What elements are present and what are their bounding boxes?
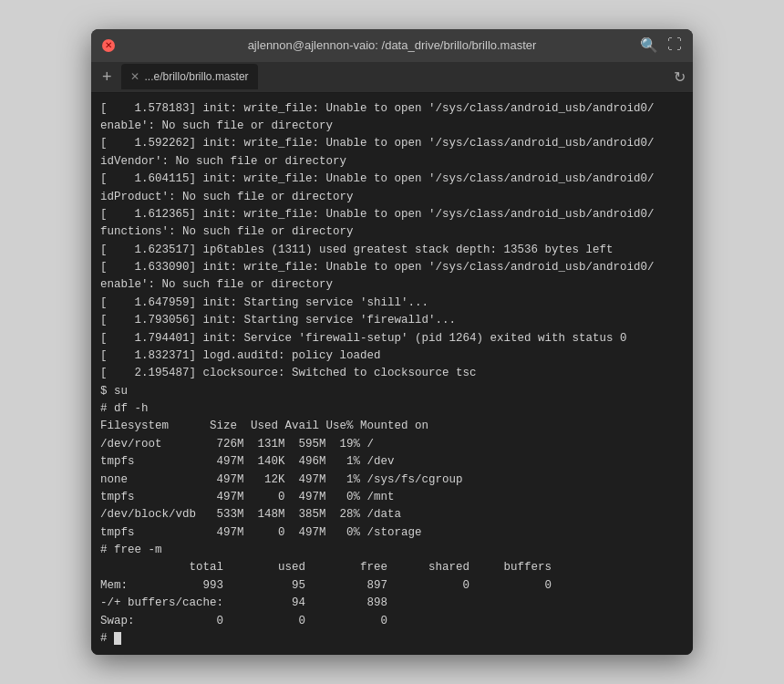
terminal-line: [ 1.578183] init: write_file: Unable to … bbox=[100, 100, 684, 118]
titlebar-actions: 🔍 ⛶ bbox=[640, 36, 682, 54]
terminal-line: Mem: 993 95 897 0 0 bbox=[100, 577, 684, 595]
terminal-content[interactable]: [ 1.578183] init: write_file: Unable to … bbox=[91, 93, 693, 656]
terminal-line: /dev/block/vdb 533M 148M 385M 28% /data bbox=[100, 506, 684, 523]
search-icon[interactable]: 🔍 bbox=[640, 36, 658, 54]
tab-label: ...e/brillo/brillo.master bbox=[145, 70, 249, 83]
terminal-line: tmpfs 497M 140K 496M 1% /dev bbox=[100, 453, 684, 471]
terminal-line: [ 1.633090] init: write_file: Unable to … bbox=[100, 259, 684, 276]
terminal-line: [ 1.832371] logd.auditd: policy loaded bbox=[100, 347, 684, 365]
terminal-line: [ 1.647959] init: Starting service 'shil… bbox=[100, 295, 684, 312]
terminal-line: none 497M 12K 497M 1% /sys/fs/cgroup bbox=[100, 472, 684, 489]
terminal-line: /dev/root 726M 131M 595M 19% / bbox=[100, 436, 684, 453]
terminal-line: tmpfs 497M 0 497M 0% /storage bbox=[100, 524, 684, 542]
terminal-line: -/+ buffers/cache: 94 898 bbox=[100, 595, 684, 612]
terminal-window: ✕ ajlennon@ajlennon-vaio: /data_drive/br… bbox=[91, 29, 693, 656]
tab-history-icon[interactable]: ↻ bbox=[674, 68, 686, 86]
close-button[interactable]: ✕ bbox=[102, 39, 115, 52]
terminal-line: # bbox=[100, 630, 684, 648]
tab-close-icon[interactable]: ✕ bbox=[130, 70, 139, 83]
terminal-line: enable': No such file or directory bbox=[100, 276, 684, 294]
terminal-line: [ 1.794401] init: Service 'firewall-setu… bbox=[100, 330, 684, 347]
terminal-line: # free -m bbox=[100, 542, 684, 559]
terminal-cursor bbox=[114, 632, 121, 645]
terminal-line: [ 1.793056] init: Starting service 'fire… bbox=[100, 312, 684, 329]
tabbar: + ✕ ...e/brillo/brillo.master ↻ bbox=[91, 62, 693, 93]
terminal-line: [ 1.604115] init: write_file: Unable to … bbox=[100, 171, 684, 188]
terminal-line: $ su bbox=[100, 383, 684, 400]
terminal-line: tmpfs 497M 0 497M 0% /mnt bbox=[100, 489, 684, 506]
terminal-line: [ 1.592262] init: write_file: Unable to … bbox=[100, 135, 684, 152]
terminal-line: Swap: 0 0 0 bbox=[100, 613, 684, 630]
tab-brillo[interactable]: ✕ ...e/brillo/brillo.master bbox=[121, 64, 258, 89]
new-tab-button[interactable]: + bbox=[98, 67, 116, 87]
terminal-line: idVendor': No such file or directory bbox=[100, 153, 684, 171]
maximize-icon[interactable]: ⛶ bbox=[667, 36, 682, 54]
terminal-line: # df -h bbox=[100, 400, 684, 418]
terminal-line: enable': No such file or directory bbox=[100, 118, 684, 135]
terminal-line: total used free shared buffers bbox=[100, 559, 684, 576]
terminal-line: [ 2.195487] clocksource: Switched to clo… bbox=[100, 365, 684, 382]
terminal-line: idProduct': No such file or directory bbox=[100, 189, 684, 206]
window-title: ajlennon@ajlennon-vaio: /data_drive/bril… bbox=[248, 38, 537, 52]
terminal-line: functions': No such file or directory bbox=[100, 223, 684, 241]
terminal-line: Filesystem Size Used Avail Use% Mounted … bbox=[100, 418, 684, 435]
terminal-line: [ 1.623517] ip6tables (1311) used greate… bbox=[100, 242, 684, 259]
titlebar: ✕ ajlennon@ajlennon-vaio: /data_drive/br… bbox=[91, 29, 693, 62]
terminal-line: [ 1.612365] init: write_file: Unable to … bbox=[100, 206, 684, 223]
